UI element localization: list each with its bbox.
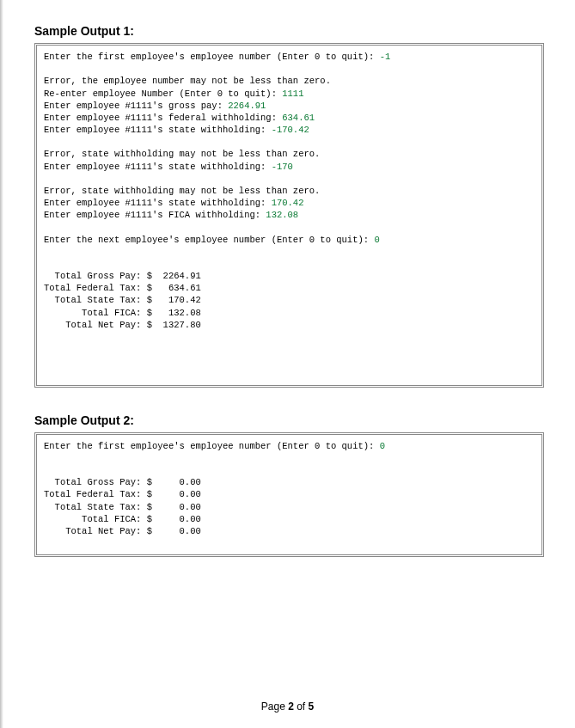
prompt-text: Enter the first employee's employee numb… [44, 52, 380, 62]
output-line: Total Federal Tax: $ 634.61 [44, 283, 201, 293]
prompt-text: Total State Tax: $ 0.00 [44, 502, 201, 512]
prompt-text: Total Gross Pay: $ 2264.91 [44, 271, 201, 281]
sample2-title: Sample Output 2: [34, 413, 544, 427]
prompt-text: Total Federal Tax: $ 634.61 [44, 283, 201, 293]
user-input: 132.08 [266, 210, 298, 220]
prompt-text: Error, the employee number may not be le… [44, 76, 331, 86]
prompt-text: Enter employee #1111's federal withholdi… [44, 113, 282, 123]
output-line: Total FICA: $ 0.00 [44, 514, 201, 524]
output-line: Total State Tax: $ 170.42 [44, 295, 201, 305]
prompt-text: Enter employee #1111's gross pay: [44, 101, 228, 111]
output-line: Error, the employee number may not be le… [44, 76, 331, 86]
prompt-text: Error, state withholding may not be less… [44, 186, 320, 196]
prompt-text: Error, state withholding may not be less… [44, 149, 320, 159]
sample1-output: Enter the first employee's employee numb… [34, 43, 544, 388]
output-line: Enter employee #1111's state withholding… [44, 198, 303, 208]
prompt-text: Total Net Pay: $ 0.00 [44, 526, 201, 536]
page-footer: Page 2 of 5 [0, 700, 575, 713]
prompt-text: Re-enter employee Number (Enter 0 to qui… [44, 89, 282, 99]
output-line: Enter the first employee's employee numb… [44, 441, 385, 451]
prompt-text: Enter employee #1111's state withholding… [44, 198, 272, 208]
footer-of: of [294, 700, 309, 713]
prompt-text: Total State Tax: $ 170.42 [44, 295, 201, 305]
user-input: -1 [380, 52, 391, 62]
page-content: Sample Output 1: Enter the first employe… [0, 0, 575, 557]
footer-total: 5 [309, 700, 315, 713]
output-line: Total Net Pay: $ 0.00 [44, 526, 201, 536]
footer-current: 2 [288, 700, 294, 713]
output-line: Enter employee #1111's state withholding… [44, 162, 293, 172]
output-line: Enter the next employee's employee numbe… [44, 235, 380, 245]
sample1-title: Sample Output 1: [34, 24, 544, 38]
prompt-text: Total FICA: $ 0.00 [44, 514, 201, 524]
output-line: Total FICA: $ 132.08 [44, 308, 201, 318]
user-input: 0 [374, 235, 379, 245]
output-line: Error, state withholding may not be less… [44, 149, 320, 159]
output-line: Error, state withholding may not be less… [44, 186, 320, 196]
prompt-text: Total FICA: $ 132.08 [44, 308, 201, 318]
prompt-text: Enter the first employee's employee numb… [44, 441, 380, 451]
output-line: Total Net Pay: $ 1327.80 [44, 320, 201, 330]
footer-prefix: Page [261, 700, 288, 713]
output-line: Enter employee #1111's FICA withholding:… [44, 210, 298, 220]
output-line: Enter employee #1111's state withholding… [44, 125, 309, 135]
output-line: Enter the first employee's employee numb… [44, 52, 390, 62]
prompt-text: Enter employee #1111's FICA withholding: [44, 210, 266, 220]
user-input: 2264.91 [228, 101, 266, 111]
prompt-text: Total Gross Pay: $ 0.00 [44, 477, 201, 487]
page-shadow [0, 0, 3, 728]
output-line: Total Gross Pay: $ 2264.91 [44, 271, 201, 281]
prompt-text: Enter employee #1111's state withholding… [44, 125, 272, 135]
user-input: -170 [272, 162, 293, 172]
prompt-text: Total Federal Tax: $ 0.00 [44, 489, 201, 499]
prompt-text: Enter the next employee's employee numbe… [44, 235, 374, 245]
output-line: Re-enter employee Number (Enter 0 to qui… [44, 89, 303, 99]
user-input: 170.42 [272, 198, 304, 208]
user-input: 634.61 [282, 113, 315, 123]
output-line: Total Federal Tax: $ 0.00 [44, 489, 201, 499]
user-input: 0 [380, 441, 385, 451]
user-input: 1111 [282, 89, 303, 99]
sample2-output: Enter the first employee's employee numb… [34, 432, 544, 558]
prompt-text: Enter employee #1111's state withholding… [44, 162, 272, 172]
prompt-text: Total Net Pay: $ 1327.80 [44, 320, 201, 330]
output-line: Total State Tax: $ 0.00 [44, 502, 201, 512]
output-line: Enter employee #1111's gross pay: 2264.9… [44, 101, 266, 111]
user-input: -170.42 [272, 125, 309, 135]
output-line: Enter employee #1111's federal withholdi… [44, 113, 315, 123]
output-line: Total Gross Pay: $ 0.00 [44, 477, 201, 487]
